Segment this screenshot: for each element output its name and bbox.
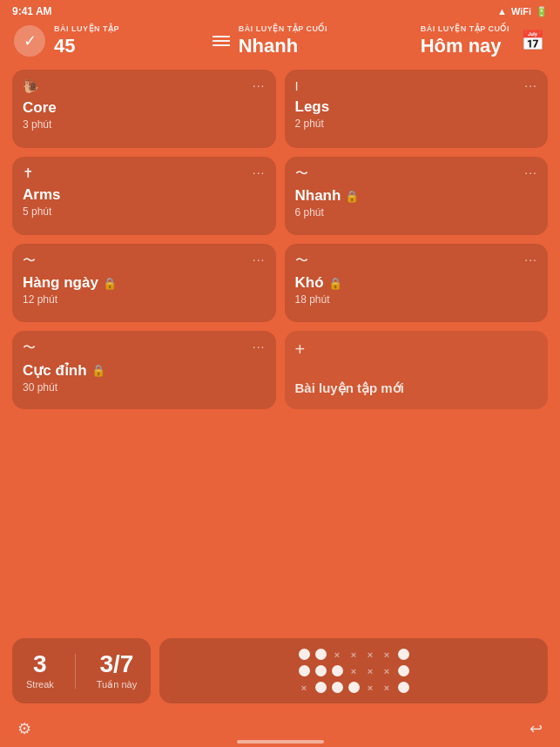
hang-ngay-title: Hàng ngày 🔒 <box>23 274 266 292</box>
workout-card-kho[interactable]: 〜 ··· Khó 🔒 18 phút <box>285 244 549 322</box>
workout-card-new[interactable]: + Bài luyện tập mới <box>285 331 549 409</box>
week-number: 3/7 <box>97 652 137 676</box>
dot-3-6: × <box>381 682 393 693</box>
status-time: 9:41 AM <box>12 5 52 17</box>
workout-card-arms[interactable]: ✝ ··· Arms 5 phút <box>12 157 276 235</box>
cuc-dinh-duration: 30 phút <box>23 381 266 394</box>
arms-duration: 5 phút <box>23 205 266 218</box>
header-right[interactable]: BÀI LUYỆN TẬP CUỐI Hôm nay 📅 <box>421 24 546 57</box>
nhanh-menu[interactable]: ··· <box>524 165 537 179</box>
header-left-value: 45 <box>54 35 119 57</box>
nhanh-lock: 🔒 <box>345 190 359 203</box>
core-icon: 🐌 <box>23 78 39 94</box>
week-label: Tuần này <box>97 679 137 690</box>
kho-lock: 🔒 <box>328 277 342 290</box>
dot-1-2 <box>315 649 327 660</box>
header-center[interactable]: BÀI LUYỆN TẬP CUỐI Nhanh <box>119 24 421 57</box>
calendar-icon[interactable]: 📅 <box>518 27 546 55</box>
header-left[interactable]: ✓ BÀI LUYỆN TẬP 45 <box>14 24 119 57</box>
dot-3-4 <box>348 682 360 693</box>
nhanh-icon: 〜 <box>295 165 308 182</box>
dot-1-3: × <box>332 649 343 660</box>
streak-number: 3 <box>26 652 54 676</box>
stats-card: 3 Streak 3/7 Tuần này <box>12 638 151 703</box>
nhanh-duration: 6 phút <box>295 206 538 219</box>
back-icon[interactable]: ↩ <box>530 719 543 738</box>
kho-icon: 〜 <box>295 252 308 269</box>
header-center-label: BÀI LUYỆN TẬP CUỐI <box>239 24 327 33</box>
streak-label: Streak <box>26 679 54 690</box>
dot-3-7 <box>398 682 409 693</box>
core-title: Core <box>23 99 266 117</box>
week-stat: 3/7 Tuần này <box>97 652 137 690</box>
legs-menu[interactable]: ··· <box>524 78 537 92</box>
status-icons: ▲ WiFi 🔋 <box>497 6 548 17</box>
dot-1-6: × <box>381 649 393 660</box>
hang-ngay-icon: 〜 <box>23 252 36 269</box>
hang-ngay-duration: 12 phút <box>23 293 266 306</box>
bottom-area: 3 Streak 3/7 Tuần này × × × × × × × <box>12 638 548 703</box>
dot-grid: × × × × × × × × × × <box>299 649 409 693</box>
dot-1-4: × <box>348 649 360 660</box>
workout-card-nhanh[interactable]: 〜 ··· Nhanh 🔒 6 phút <box>285 157 549 235</box>
dot-1-1 <box>299 649 310 660</box>
stats-divider <box>75 654 76 689</box>
dot-grid-card: × × × × × × × × × × <box>159 638 548 703</box>
legs-title: Legs <box>295 98 538 116</box>
legs-icon: I <box>295 78 299 93</box>
dot-3-3 <box>332 682 343 693</box>
hang-ngay-menu[interactable]: ··· <box>253 252 266 266</box>
kho-title: Khó 🔒 <box>295 274 538 292</box>
dot-1-7 <box>398 649 409 660</box>
header-right-label: BÀI LUYỆN TẬP CUỐI <box>421 24 509 33</box>
kho-menu[interactable]: ··· <box>524 252 537 266</box>
workout-card-legs[interactable]: I ··· Legs 2 phút <box>285 70 549 148</box>
workout-card-core[interactable]: 🐌 ··· Core 3 phút <box>12 70 276 148</box>
cuc-dinh-menu[interactable]: ··· <box>253 340 266 353</box>
add-icon: + <box>295 340 306 360</box>
status-bar: 9:41 AM ▲ WiFi 🔋 <box>0 0 560 21</box>
dot-2-1 <box>299 665 310 676</box>
nhanh-title: Nhanh 🔒 <box>295 187 538 205</box>
workout-grid: 🐌 ··· Core 3 phút I ··· Legs 2 phút ✝ ··… <box>0 70 560 409</box>
header-center-value: Nhanh <box>239 35 327 57</box>
dot-3-1: × <box>299 682 310 693</box>
header-left-label: BÀI LUYỆN TẬP <box>54 24 119 33</box>
legs-duration: 2 phút <box>295 118 538 130</box>
dot-3-5: × <box>365 682 376 693</box>
dot-2-7 <box>398 665 409 676</box>
kho-duration: 18 phút <box>295 293 538 306</box>
arms-title: Arms <box>23 186 266 204</box>
core-duration: 3 phút <box>23 118 266 131</box>
workout-card-cuc-dinh[interactable]: 〜 ··· Cực đỉnh 🔒 30 phút <box>12 331 276 409</box>
dot-2-6: × <box>381 665 393 676</box>
cuc-dinh-title: Cực đỉnh 🔒 <box>23 361 266 380</box>
check-icon[interactable]: ✓ <box>14 25 45 57</box>
arms-menu[interactable]: ··· <box>253 165 266 179</box>
dot-2-4: × <box>348 665 360 676</box>
workout-card-hang-ngay[interactable]: 〜 ··· Hàng ngày 🔒 12 phút <box>12 244 276 322</box>
core-menu[interactable]: ··· <box>253 78 266 92</box>
home-indicator <box>237 740 324 744</box>
dot-2-3 <box>332 665 343 676</box>
dot-2-2 <box>315 665 327 676</box>
dot-1-5: × <box>365 649 376 660</box>
new-workout-label: Bài luyện tập mới <box>295 380 404 396</box>
hamburger-icon[interactable] <box>213 36 230 46</box>
dot-3-2 <box>315 682 327 693</box>
dot-2-5: × <box>365 665 376 676</box>
streak-stat: 3 Streak <box>26 652 54 690</box>
header-right-value: Hôm nay <box>421 35 509 57</box>
cuc-dinh-icon: 〜 <box>23 340 36 356</box>
cuc-dinh-lock: 🔒 <box>91 364 105 377</box>
bottom-nav: ⚙ ↩ <box>0 719 560 738</box>
arms-icon: ✝ <box>23 165 34 181</box>
header: ✓ BÀI LUYỆN TẬP 45 BÀI LUYỆN TẬP CUỐI Nh… <box>0 21 560 70</box>
settings-icon[interactable]: ⚙ <box>17 719 31 738</box>
hang-ngay-lock: 🔒 <box>103 277 117 290</box>
